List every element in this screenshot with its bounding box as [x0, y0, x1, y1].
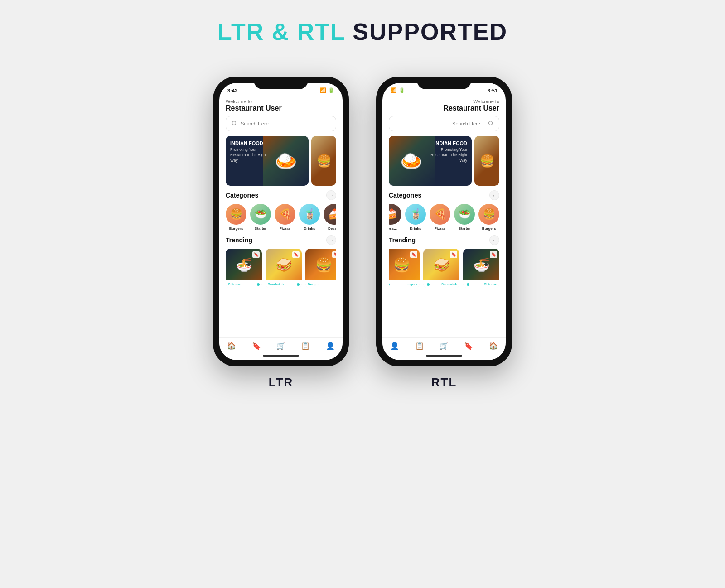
ltr-nav-home[interactable]: 🏠	[227, 342, 236, 350]
rtl-status-icons: 📶 🔋	[391, 87, 405, 93]
rtl-nav-cart[interactable]: 🛒	[440, 342, 449, 350]
ltr-app-content: Welcome to Restaurant User	[219, 95, 343, 337]
rtl-phone-screen: 📶 🔋 3:51 Welcome to Restaurant User	[382, 83, 506, 360]
ltr-bookmark-burger[interactable]: 🔖	[332, 251, 336, 258]
svg-line-3	[492, 124, 493, 125]
ltr-food-burger[interactable]: 🍔 🔖 Burg...	[305, 249, 336, 288]
ltr-category-dessert[interactable]: 🍰 Dess...	[324, 204, 336, 231]
rtl-category-dessert[interactable]: 🍰 Dess...	[389, 204, 401, 231]
rtl-food-burger[interactable]: 🍔 🔖 ...gers	[389, 249, 420, 288]
ltr-food-emoji-sandwich: 🥪	[276, 257, 292, 273]
rtl-nav-profile[interactable]: 👤	[390, 342, 399, 350]
rtl-food-emoji-chinese: 🍜	[473, 257, 490, 273]
rtl-food-info-burger: ...gers	[389, 280, 420, 288]
ltr-category-circle-pizza: 🍕	[275, 204, 295, 225]
rtl-bookmark-chinese[interactable]: 🔖	[490, 251, 497, 258]
ltr-trending-header: Trending →	[226, 235, 336, 245]
ltr-category-drinks[interactable]: 🧋 Drinks	[299, 204, 320, 231]
ltr-bottom-nav: 🏠 🔖 🛒 📋 👤	[219, 337, 343, 355]
ltr-food-emoji-chinese: 🍜	[236, 257, 252, 273]
ltr-categories-header: Categories →	[226, 190, 336, 200]
rtl-food-emoji-burger: 🍔	[393, 257, 410, 273]
rtl-food-img-sandwich: 🥪 🔖	[423, 249, 459, 280]
ltr-category-label-starter: Starter	[255, 227, 266, 231]
ltr-app-header: Welcome to Restaurant User	[226, 99, 336, 112]
ltr-food-info-sandwich: Sandwich	[266, 280, 302, 288]
ltr-wifi-icon: 📶	[320, 87, 326, 93]
rtl-category-label-pizza: Pizzas	[435, 227, 445, 231]
rtl-food-sandwich[interactable]: 🥪 🔖 Sandwich	[423, 249, 459, 288]
rtl-category-pizza[interactable]: 🍕 Pizzas	[430, 204, 450, 231]
rtl-food-img-burger: 🍔 🔖	[389, 249, 420, 280]
rtl-nav-home[interactable]: 🏠	[489, 342, 498, 350]
rtl-banner-text: INDIAN FOOD Promoting Your Restaurant Th…	[426, 140, 467, 164]
rtl-food-bottom-burger: ...gers	[389, 282, 417, 286]
rtl-categories-title: Categories	[389, 192, 421, 199]
rtl-trending-title: Trending	[389, 236, 416, 244]
ltr-status-icons: 📶 🔋	[320, 87, 334, 93]
rtl-trending-arrow-left[interactable]: ←	[489, 235, 499, 245]
ltr-bookmark-chinese[interactable]: 🔖	[252, 251, 260, 258]
ltr-food-img-burger: 🍔 🔖	[305, 249, 336, 280]
ltr-category-circle-burger: 🍔	[226, 204, 246, 225]
rtl-category-burgers[interactable]: 🍔 Burgers	[478, 204, 499, 231]
ltr-food-name-burger: Burg...	[308, 282, 319, 286]
ltr-phone-wrapper: 3:42 📶 🔋 Welcome to Restaurant User	[213, 77, 349, 390]
ltr-notch	[254, 77, 308, 89]
rtl-banner-category: INDIAN FOOD	[426, 140, 467, 146]
ltr-banner-side-icon: 🍔	[317, 154, 331, 168]
rtl-nav-bookmark[interactable]: 🔖	[464, 342, 473, 350]
ltr-category-burgers[interactable]: 🍔 Burgers	[226, 204, 246, 231]
rtl-banner-side-icon: 🍔	[480, 154, 494, 168]
ltr-food-dot-chinese	[257, 283, 260, 286]
ltr-categories-arrow[interactable]: →	[326, 190, 336, 200]
ltr-food-img-sandwich: 🥪 🔖	[266, 249, 302, 280]
rtl-search-bar[interactable]	[389, 116, 499, 131]
ltr-food-sandwich[interactable]: 🥪 🔖 Sandwich	[266, 249, 302, 288]
rtl-nav-menu[interactable]: 📋	[415, 342, 424, 350]
page-title: LTR & RTL SUPPORTED	[218, 18, 508, 45]
rtl-home-indicator	[426, 355, 462, 357]
svg-line-1	[235, 124, 236, 125]
rtl-food-chinese[interactable]: 🍜 🔖 Chinese	[463, 249, 499, 288]
rtl-restaurant-name: Restaurant User	[389, 104, 499, 112]
ltr-battery-icon: 🔋	[328, 87, 334, 93]
ltr-nav-bookmark[interactable]: 🔖	[252, 342, 261, 350]
rtl-food-name-sandwich: Sandwich	[441, 282, 457, 286]
ltr-nav-menu[interactable]: 📋	[301, 342, 310, 350]
ltr-nav-cart[interactable]: 🛒	[276, 342, 285, 350]
rtl-banner-desc: Promoting Your Restaurant The Right Way	[426, 147, 467, 164]
ltr-label: LTR	[269, 376, 294, 390]
rtl-food-info-chinese: Chinese	[463, 280, 499, 288]
ltr-bookmark-sandwich[interactable]: 🔖	[292, 251, 300, 258]
rtl-categories-arrow-left[interactable]: ←	[489, 190, 499, 200]
rtl-search-input[interactable]	[395, 121, 484, 126]
ltr-banner-side: 🍔	[311, 136, 336, 186]
rtl-bookmark-burger[interactable]: 🔖	[410, 251, 417, 258]
ltr-category-pizza[interactable]: 🍕 Pizzas	[275, 204, 295, 231]
ltr-food-info-chinese: Chinese	[226, 280, 262, 288]
rtl-category-starter[interactable]: 🥗 Starter	[454, 204, 475, 231]
rtl-trending-header: ← Trending	[389, 235, 499, 245]
ltr-category-circle-drinks: 🧋	[299, 204, 320, 225]
ltr-nav-profile[interactable]: 👤	[326, 342, 335, 350]
rtl-time: 3:51	[488, 88, 498, 93]
ltr-search-input[interactable]	[241, 121, 330, 126]
ltr-trending-arrow[interactable]: →	[326, 235, 336, 245]
rtl-phone-wrapper: 📶 🔋 3:51 Welcome to Restaurant User	[376, 77, 512, 390]
rtl-category-circle-burger: 🍔	[478, 204, 499, 225]
rtl-trending-row: 🍜 🔖 Chinese	[389, 249, 499, 288]
rtl-bookmark-sandwich[interactable]: 🔖	[450, 251, 457, 258]
rtl-bottom-nav: 🏠 🔖 🛒 📋 👤	[382, 337, 506, 355]
rtl-food-dot-sandwich	[427, 283, 430, 286]
ltr-category-starter[interactable]: 🥗 Starter	[250, 204, 271, 231]
rtl-food-emoji-sandwich: 🥪	[433, 257, 450, 273]
rtl-category-drinks[interactable]: 🧋 Drinks	[405, 204, 426, 231]
rtl-category-circle-dessert: 🍰	[389, 204, 401, 225]
svg-point-0	[232, 121, 236, 125]
rtl-app-header: Welcome to Restaurant User	[389, 99, 499, 112]
ltr-category-label-dessert: Dess...	[328, 227, 336, 231]
ltr-food-chinese[interactable]: 🍜 🔖 Chinese	[226, 249, 262, 288]
ltr-categories-title: Categories	[226, 192, 258, 199]
ltr-search-bar[interactable]	[226, 116, 336, 131]
